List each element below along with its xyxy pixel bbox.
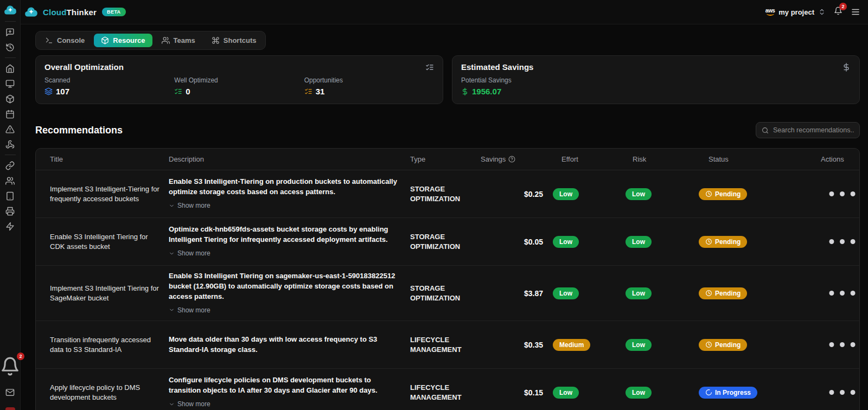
dollar-sign-icon — [461, 88, 469, 95]
main-content: ConsoleResourceTeamsShortcuts Overall Op… — [21, 24, 868, 410]
show-more-button[interactable]: Show more — [169, 202, 210, 209]
stat-value: 0 — [174, 87, 304, 96]
sidebar-item-home-icon[interactable] — [5, 64, 15, 73]
column-header-type: Type — [410, 155, 481, 163]
sidebar-item-history-icon[interactable] — [5, 43, 15, 52]
column-header-title: Title — [36, 155, 169, 163]
stat-value: 107 — [44, 87, 174, 96]
row-risk-cell: Low — [626, 387, 699, 399]
row-title: Apply lifecycle policy to DMS developmen… — [36, 383, 169, 402]
sidebar-item-tablet-icon[interactable] — [5, 191, 15, 201]
users-icon — [162, 36, 170, 44]
tab-label: Shortcuts — [224, 36, 257, 44]
row-description: Move data older than 30 days with low ac… — [169, 335, 401, 355]
list-checks-icon — [425, 63, 434, 72]
tab-console[interactable]: Console — [38, 34, 92, 47]
row-actions-button[interactable] — [821, 223, 860, 260]
estimated-savings-card: Estimated Savings Potential Savings 1956… — [452, 55, 860, 104]
sidebar-item-alert-triangle-icon[interactable] — [5, 125, 15, 134]
row-title: Enable S3 Intelligent Tiering for CDK as… — [36, 232, 169, 251]
stat-label: Well Optimized — [174, 76, 304, 84]
potential-savings-value: 1956.07 — [461, 87, 851, 96]
tabs-bar: ConsoleResourceTeamsShortcuts — [35, 31, 266, 50]
clock-icon — [705, 190, 712, 197]
project-selector[interactable]: aws my project — [765, 8, 826, 16]
row-risk-cell: Low — [626, 339, 699, 351]
overall-optimization-card: Overall Optimization Scanned107Well Opti… — [35, 55, 443, 104]
sidebar-notifications-button[interactable]: 2 — [0, 356, 20, 376]
show-more-button[interactable]: Show more — [169, 400, 210, 408]
tab-teams[interactable]: Teams — [155, 34, 202, 47]
sidebar-bottom-logo[interactable] — [5, 407, 15, 410]
list-checks-icon — [304, 87, 312, 95]
clock-icon — [705, 290, 712, 297]
ellipsis-icon — [824, 275, 860, 311]
column-header-actions: Actions — [821, 155, 860, 163]
row-actions-button[interactable] — [821, 326, 860, 363]
show-more-button[interactable]: Show more — [169, 306, 210, 314]
sidebar-item-message-square-plus-icon[interactable] — [5, 28, 15, 37]
sidebar-divider — [5, 21, 16, 22]
show-more-label: Show more — [177, 202, 210, 209]
row-description: Optimize cdk-hnb659fds-assets bucket sto… — [169, 225, 401, 245]
row-risk-cell: Low — [626, 236, 699, 248]
brand: CloudThinker BETA — [24, 5, 126, 20]
spinner-icon — [705, 389, 712, 396]
mail-icon[interactable] — [5, 388, 15, 397]
chevron-down-icon — [169, 203, 175, 209]
stat-well-optimized: Well Optimized0 — [174, 76, 304, 96]
row-actions-button[interactable] — [821, 275, 860, 311]
row-type: LIFECYCLE MANAGEMENT — [410, 383, 481, 402]
ellipsis-icon — [824, 223, 860, 260]
sidebar-item-cube-icon[interactable] — [5, 94, 15, 104]
column-header-status: Status — [699, 155, 821, 163]
tab-shortcuts[interactable]: Shortcuts — [205, 34, 264, 47]
overview-cards: Overall Optimization Scanned107Well Opti… — [35, 55, 860, 104]
card-header: Estimated Savings — [461, 62, 851, 72]
row-effort-cell: Low — [553, 188, 626, 200]
project-name: my project — [778, 8, 814, 16]
search-box — [756, 122, 860, 138]
terminal-icon — [45, 36, 53, 44]
row-description-cell: Enable S3 Intelligent-Tiering on product… — [169, 177, 410, 210]
potential-savings-label: Potential Savings — [461, 76, 851, 84]
stat-scanned: Scanned107 — [44, 76, 174, 96]
row-actions-button[interactable] — [821, 176, 860, 212]
notification-count-badge: 2 — [17, 353, 24, 360]
clock-icon — [705, 341, 712, 348]
row-description: Enable S3 Intelligent Tiering on sagemak… — [169, 271, 401, 302]
effort-badge: Low — [553, 287, 579, 299]
sidebar-item-users-icon[interactable] — [5, 176, 15, 185]
tab-resource[interactable]: Resource — [94, 34, 152, 47]
table-row: Enable S3 Intelligent Tiering for CDK as… — [36, 218, 859, 266]
sidebar-item-calendar-icon[interactable] — [5, 110, 15, 119]
row-savings: $3.87 — [481, 289, 553, 298]
row-status-cell: Pending — [699, 188, 821, 200]
status-badge: Pending — [699, 188, 747, 200]
sidebar-item-zap-icon[interactable] — [5, 222, 15, 231]
row-description: Configure lifecycle policies on DMS deve… — [169, 375, 401, 396]
row-actions-button[interactable] — [821, 374, 860, 410]
command-icon — [212, 36, 220, 44]
header-right: aws my project 2 — [765, 7, 860, 17]
row-status-cell: Pending — [699, 339, 821, 351]
cloudthinker-logo-icon[interactable] — [3, 3, 17, 17]
sidebar-item-webhook-icon[interactable] — [5, 140, 15, 149]
stat-label: Scanned — [44, 76, 174, 84]
row-title: Transition infrequently accessed data to… — [36, 335, 169, 354]
column-header-savings: Savings — [481, 155, 553, 163]
menu-icon[interactable] — [851, 7, 860, 17]
notification-count-badge: 2 — [839, 3, 847, 10]
search-input[interactable] — [773, 126, 854, 134]
row-status-cell: In Progress — [699, 387, 821, 399]
sidebar-item-link-icon[interactable] — [5, 161, 15, 170]
sidebar-item-printer-icon[interactable] — [5, 207, 15, 216]
help-circle-icon[interactable] — [508, 156, 515, 163]
row-savings: $0.25 — [481, 190, 553, 198]
notifications-button[interactable]: 2 — [834, 7, 843, 17]
sidebar-item-monitor-icon[interactable] — [5, 79, 15, 88]
row-type: STORAGE OPTIMIZATION — [410, 284, 481, 303]
show-more-button[interactable]: Show more — [169, 249, 210, 257]
column-header-description: Description — [169, 155, 410, 163]
show-more-label: Show more — [177, 249, 210, 257]
